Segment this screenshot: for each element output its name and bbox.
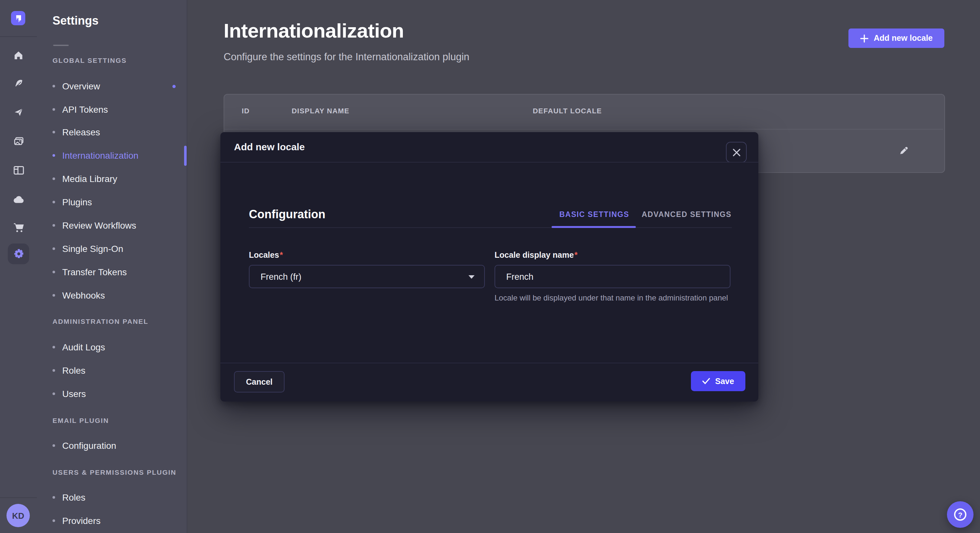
sidebar-item-users[interactable]: Users xyxy=(52,387,86,400)
column-header-default-locale: DEFAULT LOCALE xyxy=(533,107,602,115)
rail-divider-bottom xyxy=(0,497,37,498)
help-icon: ? xyxy=(954,508,966,521)
close-icon xyxy=(732,148,740,156)
sidebar-item-plugins[interactable]: Plugins xyxy=(52,195,92,209)
locale-display-name-input[interactable]: French xyxy=(495,265,730,288)
bullet-icon xyxy=(52,201,55,203)
modal-close-button[interactable] xyxy=(726,142,747,163)
add-new-locale-button[interactable]: Add new locale xyxy=(848,29,944,48)
bullet-icon xyxy=(52,346,55,348)
bullet-icon xyxy=(52,519,55,522)
bullet-icon xyxy=(52,224,55,227)
strapi-admin-app: KD Settings GLOBAL SETTINGS Overview API… xyxy=(0,0,980,533)
table-row-divider xyxy=(224,129,943,130)
bullet-icon xyxy=(52,154,55,157)
bullet-icon xyxy=(52,369,55,372)
feather-icon[interactable] xyxy=(13,78,24,89)
sidebar-title: Settings xyxy=(52,14,99,28)
bullet-icon xyxy=(52,247,55,250)
sidebar-item-overview[interactable]: Overview xyxy=(52,80,100,93)
sidebar-item-transfer-tokens[interactable]: Transfer Tokens xyxy=(52,265,127,279)
sidebar-item-single-sign-on[interactable]: Single Sign-On xyxy=(52,242,123,255)
plus-icon xyxy=(860,34,869,43)
sidebar-item-providers[interactable]: Providers xyxy=(52,514,100,527)
sidebar-item-api-tokens[interactable]: API Tokens xyxy=(52,103,108,116)
cart-icon[interactable] xyxy=(13,222,24,233)
sidebar-item-internationalization[interactable]: Internationalization xyxy=(52,149,138,162)
bullet-icon xyxy=(52,392,55,395)
sidebar-item-audit-logs[interactable]: Audit Logs xyxy=(52,341,105,354)
configuration-heading: Configuration xyxy=(249,208,325,222)
modal-header-divider xyxy=(220,162,758,163)
required-asterisk: * xyxy=(280,251,283,260)
media-library-icon[interactable] xyxy=(13,136,24,147)
section-email-plugin: EMAIL PLUGIN xyxy=(52,416,109,425)
section-global-settings: GLOBAL SETTINGS xyxy=(52,56,127,65)
save-button[interactable]: Save xyxy=(691,371,745,391)
locale-display-name-label: Locale display name* xyxy=(495,251,578,260)
pencil-icon xyxy=(898,145,909,156)
bullet-icon xyxy=(52,131,55,133)
bullet-icon xyxy=(52,294,55,297)
sidebar-item-up-roles[interactable]: Roles xyxy=(52,491,86,504)
sidebar-item-releases[interactable]: Releases xyxy=(52,125,100,139)
bullet-icon xyxy=(52,444,55,447)
rail-divider xyxy=(0,36,37,37)
modal-title: Add new locale xyxy=(234,141,305,152)
column-header-display-name: DISPLAY NAME xyxy=(292,107,349,115)
display-name-helper-text: Locale will be displayed under that name… xyxy=(495,293,754,303)
sidebar-item-review-workflows[interactable]: Review Workflows xyxy=(52,219,136,232)
cloud-icon[interactable] xyxy=(13,194,24,205)
sidebar-item-webhooks[interactable]: Webhooks xyxy=(52,289,105,302)
paper-plane-icon[interactable] xyxy=(13,107,24,118)
cancel-button[interactable]: Cancel xyxy=(234,371,285,392)
layout-icon[interactable] xyxy=(13,165,24,176)
tab-basic-settings[interactable]: BASIC SETTINGS xyxy=(559,211,629,218)
sidebar-item-settings-active[interactable] xyxy=(8,244,29,264)
gear-icon xyxy=(13,248,25,260)
active-tab-underline xyxy=(552,226,636,228)
page-title: Internationalization xyxy=(224,19,404,43)
help-button[interactable]: ? xyxy=(947,501,974,528)
locales-label: Locales* xyxy=(249,251,283,260)
page-subtitle: Configure the settings for the Internati… xyxy=(224,51,469,63)
sidebar-title-rule xyxy=(53,45,69,46)
bullet-icon xyxy=(52,85,55,87)
sidebar-item-media-library[interactable]: Media Library xyxy=(52,172,117,185)
bullet-icon xyxy=(52,496,55,499)
home-icon[interactable] xyxy=(13,50,24,61)
section-administration-panel: ADMINISTRATION PANEL xyxy=(52,317,148,327)
strapi-logo-icon[interactable] xyxy=(11,11,25,25)
overview-notification-dot xyxy=(172,85,176,88)
chevron-down-icon xyxy=(468,274,475,279)
modal-footer-divider xyxy=(220,363,758,363)
edit-locale-button[interactable] xyxy=(898,145,910,157)
column-header-id: ID xyxy=(242,107,250,115)
bullet-icon xyxy=(52,178,55,180)
user-avatar[interactable]: KD xyxy=(6,504,30,527)
sidebar-item-email-configuration[interactable]: Configuration xyxy=(52,439,116,452)
locales-select[interactable]: French (fr) xyxy=(249,265,485,288)
tab-advanced-settings[interactable]: ADVANCED SETTINGS xyxy=(642,211,732,218)
sidebar-item-roles[interactable]: Roles xyxy=(52,364,86,377)
bullet-icon xyxy=(52,108,55,111)
check-icon xyxy=(702,378,711,385)
tabs-divider xyxy=(249,227,732,228)
active-item-indicator xyxy=(184,146,187,166)
required-asterisk: * xyxy=(574,251,578,260)
section-users-permissions-plugin: USERS & PERMISSIONS PLUGIN xyxy=(52,468,176,477)
bullet-icon xyxy=(52,271,55,273)
